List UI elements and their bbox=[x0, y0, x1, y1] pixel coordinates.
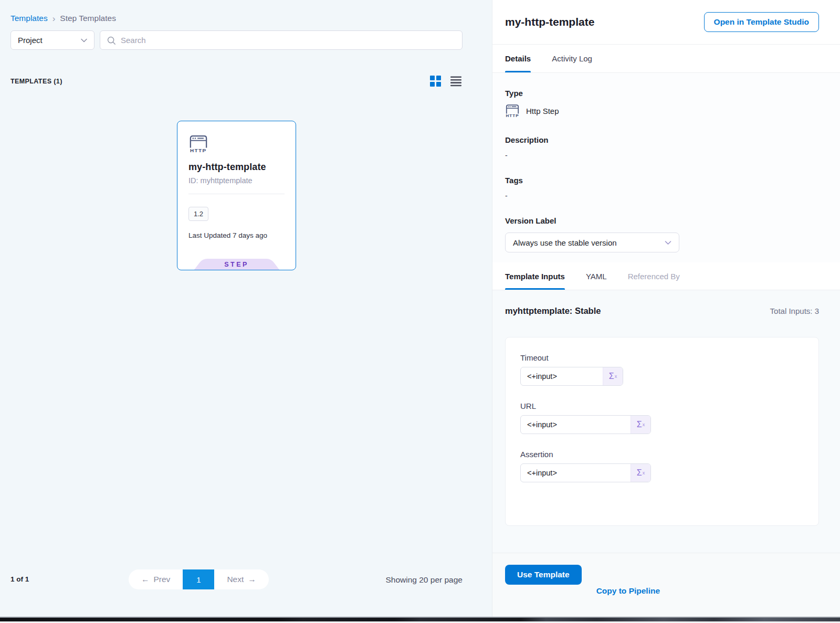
tab-template-inputs[interactable]: Template Inputs bbox=[505, 262, 565, 290]
open-template-studio-button[interactable]: Open in Template Studio bbox=[704, 12, 819, 32]
scope-select-value: Project bbox=[18, 36, 43, 45]
breadcrumb-templates-link[interactable]: Templates bbox=[10, 14, 48, 23]
description-value: - bbox=[505, 151, 819, 160]
screen: Templates › Step Templates Project bbox=[0, 0, 840, 623]
page-number-button[interactable]: 1 bbox=[183, 569, 214, 589]
page-summary: 1 of 1 bbox=[10, 575, 29, 583]
grid-view-icon[interactable] bbox=[430, 76, 441, 87]
assertion-input-value: <+input> bbox=[521, 464, 631, 482]
url-input[interactable]: <+input> Σx bbox=[520, 415, 651, 434]
http-step-icon: HTTP bbox=[188, 133, 208, 154]
assertion-input[interactable]: <+input> Σx bbox=[520, 463, 651, 482]
timeout-input[interactable]: <+input> Σx bbox=[520, 367, 623, 386]
details-header: my-http-template Open in Template Studio bbox=[492, 0, 840, 45]
input-field-timeout: Timeout <+input> Σx bbox=[520, 353, 804, 386]
input-field-url: URL <+input> Σx bbox=[520, 402, 804, 434]
type-row: HTTP Http Step bbox=[505, 103, 819, 119]
desktop-wallpaper-strip bbox=[0, 617, 840, 623]
list-view-icon[interactable] bbox=[450, 76, 461, 87]
expression-input-icon[interactable]: Σx bbox=[603, 367, 623, 385]
template-card-title: my-http-template bbox=[188, 162, 285, 173]
view-toggles bbox=[430, 76, 461, 87]
breadcrumb-current: Step Templates bbox=[60, 14, 116, 23]
template-card[interactable]: HTTP my-http-template ID: myhttptemplate… bbox=[177, 121, 296, 270]
prev-page-button[interactable]: ← Prev bbox=[129, 569, 183, 589]
step-ribbon-label: STEP bbox=[190, 261, 284, 268]
search-icon bbox=[107, 36, 116, 45]
use-template-button[interactable]: Use Template bbox=[505, 565, 582, 585]
pagination: ← Prev 1 Next → bbox=[129, 569, 269, 589]
scope-select[interactable]: Project bbox=[10, 30, 94, 50]
timeout-label: Timeout bbox=[520, 353, 804, 362]
per-page-label: Showing 20 per page bbox=[385, 575, 463, 585]
template-details-panel: my-http-template Open in Template Studio… bbox=[492, 0, 840, 617]
version-select-value: Always use the stable version bbox=[513, 238, 617, 247]
expression-input-icon[interactable]: Σx bbox=[631, 416, 650, 434]
version-select[interactable]: Always use the stable version bbox=[505, 233, 679, 252]
details-footer: Use Template Copy to Pipeline bbox=[492, 553, 840, 617]
templates-app: Templates › Step Templates Project bbox=[0, 0, 840, 617]
breadcrumb: Templates › Step Templates bbox=[10, 14, 116, 23]
inputs-card: Timeout <+input> Σx URL <+input> Σx bbox=[505, 337, 819, 526]
copy-to-pipeline-link[interactable]: Copy to Pipeline bbox=[596, 586, 660, 596]
http-step-icon: HTTP bbox=[505, 103, 520, 119]
tags-value: - bbox=[505, 192, 819, 200]
inputs-tabs: Template Inputs YAML Referenced By bbox=[492, 262, 840, 290]
chevron-down-icon bbox=[665, 240, 671, 245]
search-input[interactable] bbox=[121, 36, 456, 45]
type-label: Type bbox=[505, 89, 819, 98]
details-content: Type HTTP Http Step Description - bbox=[492, 73, 840, 262]
template-card-id: ID: myhttptemplate bbox=[188, 176, 285, 185]
card-divider bbox=[188, 194, 285, 194]
templates-count-label: TEMPLATES (1) bbox=[10, 78, 62, 85]
inputs-heading-row: myhttptemplate: Stable Total Inputs: 3 bbox=[505, 306, 819, 316]
search-box bbox=[100, 30, 463, 50]
template-inputs-section: myhttptemplate: Stable Total Inputs: 3 T… bbox=[492, 290, 840, 553]
template-list-panel: Templates › Step Templates Project bbox=[0, 0, 492, 617]
version-chip: 1.2 bbox=[188, 207, 208, 221]
svg-text:HTTP: HTTP bbox=[190, 147, 207, 152]
list-header: TEMPLATES (1) bbox=[10, 76, 461, 87]
prev-label: Prev bbox=[154, 575, 171, 584]
arrow-right-icon: → bbox=[248, 575, 256, 584]
description-label: Description bbox=[505, 135, 819, 144]
url-label: URL bbox=[520, 402, 804, 410]
tags-label: Tags bbox=[505, 176, 819, 185]
tab-activity-log[interactable]: Activity Log bbox=[552, 45, 592, 72]
panel-title: my-http-template bbox=[505, 16, 594, 28]
svg-text:HTTP: HTTP bbox=[506, 113, 519, 117]
next-label: Next bbox=[227, 575, 244, 584]
chevron-down-icon bbox=[81, 38, 87, 43]
total-inputs-label: Total Inputs: 3 bbox=[770, 307, 819, 315]
type-value: Http Step bbox=[526, 107, 559, 115]
url-input-value: <+input> bbox=[521, 416, 631, 434]
input-field-assertion: Assertion <+input> Σx bbox=[520, 450, 804, 482]
tab-referenced-by[interactable]: Referenced By bbox=[628, 262, 680, 290]
tab-details[interactable]: Details bbox=[505, 45, 531, 72]
inputs-heading: myhttptemplate: Stable bbox=[505, 306, 601, 316]
arrow-left-icon: ← bbox=[141, 575, 150, 584]
next-page-button[interactable]: Next → bbox=[214, 569, 268, 589]
expression-input-icon[interactable]: Σx bbox=[631, 464, 650, 482]
last-updated-label: Last Updated 7 days ago bbox=[188, 231, 285, 239]
version-label: Version Label bbox=[505, 216, 819, 225]
chevron-right-icon: › bbox=[52, 14, 56, 23]
step-type-ribbon: STEP bbox=[190, 259, 284, 270]
timeout-input-value: <+input> bbox=[521, 367, 603, 385]
assertion-label: Assertion bbox=[520, 450, 804, 459]
details-tabs: Details Activity Log bbox=[492, 45, 840, 73]
tab-yaml[interactable]: YAML bbox=[586, 262, 607, 290]
filter-row: Project bbox=[10, 30, 463, 50]
